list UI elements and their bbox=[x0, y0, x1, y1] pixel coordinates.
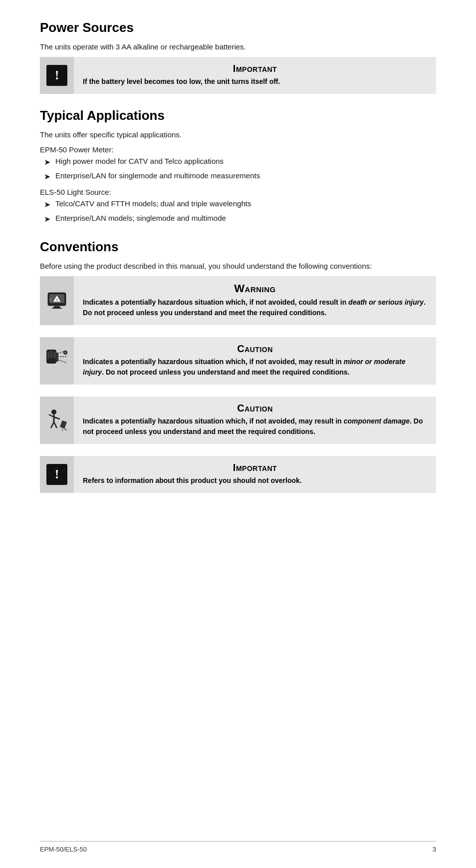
caution-content-1: Caution Indicates a potentially hazardou… bbox=[74, 337, 436, 385]
bullet-arrow-icon: ➤ bbox=[44, 213, 50, 225]
caution-box-1: Caution Indicates a potentially hazardou… bbox=[40, 337, 436, 385]
svg-line-22 bbox=[51, 422, 54, 428]
bullet-arrow-icon: ➤ bbox=[44, 156, 50, 168]
warning-icon-container: ! bbox=[40, 276, 74, 325]
important-icon-1: ! bbox=[40, 57, 74, 94]
conventions-body: Before using the product described in th… bbox=[40, 261, 436, 272]
svg-rect-10 bbox=[50, 351, 52, 359]
svg-rect-2 bbox=[54, 306, 60, 308]
caution-hand-icon bbox=[45, 349, 69, 373]
svg-point-6 bbox=[50, 298, 51, 299]
bullet-arrow-icon: ➤ bbox=[44, 171, 50, 183]
svg-line-27 bbox=[65, 429, 67, 430]
caution-body-2: Indicates a potentially hazardous situat… bbox=[83, 416, 427, 437]
caution-icon-1-container bbox=[40, 337, 74, 385]
els-list: ➤ Telco/CATV and FTTH models; dual and t… bbox=[44, 198, 436, 225]
svg-rect-9 bbox=[47, 352, 49, 359]
bullet-arrow-icon: ➤ bbox=[44, 199, 50, 211]
important-title-1: Important bbox=[83, 63, 427, 74]
list-item: ➤ Telco/CATV and FTTH models; dual and t… bbox=[44, 198, 436, 211]
caution-title-1: Caution bbox=[83, 343, 427, 355]
svg-line-21 bbox=[54, 417, 60, 419]
svg-rect-11 bbox=[53, 352, 55, 358]
important-title-2: Important bbox=[83, 462, 427, 473]
exclamation-icon-1: ! bbox=[46, 65, 67, 86]
svg-rect-15 bbox=[55, 353, 58, 362]
epm-list: ➤ High power model for CATV and Telco ap… bbox=[44, 156, 436, 183]
important-body-2: Refers to information about this product… bbox=[83, 475, 427, 486]
caution-content-2: Caution Indicates a potentially hazardou… bbox=[74, 397, 436, 444]
warning-content: Warning Indicates a potentially hazardou… bbox=[74, 276, 436, 325]
power-sources-body: The units operate with 3 AA alkaline or … bbox=[40, 41, 436, 53]
footer-left: EPM-50/ELS-50 bbox=[40, 846, 87, 853]
important-content-1: Important If the battery level becomes t… bbox=[74, 57, 436, 94]
list-item: ➤ High power model for CATV and Telco ap… bbox=[44, 156, 436, 168]
caution-body-1: Indicates a potentially hazardous situat… bbox=[83, 357, 427, 378]
warning-title: Warning bbox=[83, 282, 427, 295]
conventions-section: Conventions Before using the product des… bbox=[40, 239, 436, 493]
typical-applications-title: Typical Applications bbox=[40, 108, 436, 123]
typical-applications-section: Typical Applications The units offer spe… bbox=[40, 108, 436, 226]
svg-line-23 bbox=[54, 422, 57, 428]
warning-box: ! Warning Indicates a potentially hazard… bbox=[40, 276, 436, 325]
conventions-title: Conventions bbox=[40, 239, 436, 255]
caution-hand-svg-icon bbox=[45, 349, 68, 373]
svg-line-26 bbox=[62, 429, 63, 431]
caution-icon-2-container bbox=[40, 397, 74, 444]
svg-rect-24 bbox=[60, 421, 67, 429]
important-icon-2: ! bbox=[40, 456, 74, 493]
warning-body: Indicates a potentially hazardous situat… bbox=[83, 297, 427, 318]
warning-device-icon: ! bbox=[45, 289, 69, 313]
svg-point-18 bbox=[51, 410, 56, 415]
important-body-1: If the battery level becomes too low, th… bbox=[83, 76, 427, 87]
important-box-2: ! Important Refers to information about … bbox=[40, 456, 436, 493]
caution-title-2: Caution bbox=[83, 403, 427, 414]
svg-text:!: ! bbox=[56, 297, 58, 302]
list-item: ➤ Enterprise/LAN models; singlemode and … bbox=[44, 213, 436, 225]
caution-person-svg-icon bbox=[45, 408, 69, 432]
exclamation-icon-2: ! bbox=[46, 464, 67, 485]
caution-person-icon bbox=[45, 408, 69, 432]
svg-point-17 bbox=[64, 352, 66, 354]
svg-point-7 bbox=[50, 300, 51, 301]
typical-applications-body: The units offer specific typical applica… bbox=[40, 129, 436, 141]
caution-box-2: Caution Indicates a potentially hazardou… bbox=[40, 397, 436, 444]
svg-rect-3 bbox=[52, 308, 62, 309]
epm-label: EPM-50 Power Meter: bbox=[40, 145, 436, 154]
power-sources-title: Power Sources bbox=[40, 20, 436, 35]
warning-svg-icon: ! bbox=[45, 289, 69, 313]
footer-right: 3 bbox=[433, 846, 436, 853]
list-item: ➤ Enterprise/LAN for singlemode and mult… bbox=[44, 170, 436, 183]
els-label: ELS-50 Light Source: bbox=[40, 188, 436, 196]
important-content-2: Important Refers to information about th… bbox=[74, 456, 436, 493]
footer: EPM-50/ELS-50 3 bbox=[40, 841, 436, 853]
important-box-1: ! Important If the battery level becomes… bbox=[40, 57, 436, 94]
power-sources-section: Power Sources The units operate with 3 A… bbox=[40, 20, 436, 94]
svg-line-14 bbox=[57, 360, 66, 363]
